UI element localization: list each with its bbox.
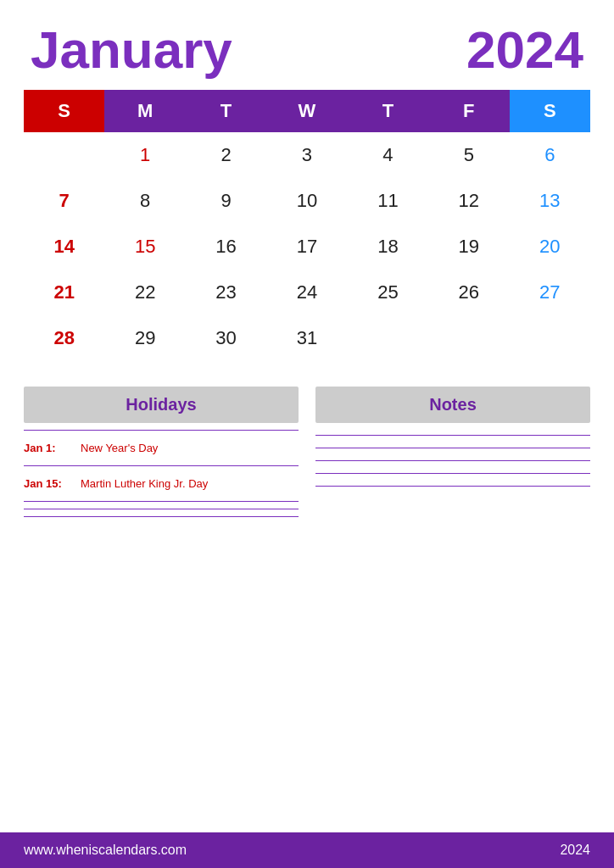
calendar-header: January 2024 (0, 0, 614, 90)
note-line-4 (315, 473, 590, 474)
day-header-s-saturday: S (510, 90, 590, 132)
holiday-date: Jan 15: (24, 477, 70, 490)
date-cell (428, 315, 509, 361)
date-cell (348, 315, 428, 361)
footer-website: www.wheniscalendars.com (24, 843, 187, 858)
date-cell[interactable]: 30 (186, 315, 266, 361)
holiday-divider-2 (24, 516, 299, 517)
date-cell[interactable]: 17 (266, 224, 347, 270)
holiday-item-divider-1 (24, 501, 299, 502)
date-cell[interactable]: 13 (510, 178, 590, 224)
week-row-5: 28293031 (24, 315, 590, 361)
date-cell[interactable]: 31 (266, 315, 347, 361)
date-cell[interactable]: 3 (266, 132, 347, 178)
date-cell[interactable]: 1 (104, 132, 185, 178)
day-header-s-sunday: S (24, 90, 104, 132)
date-cell[interactable]: 29 (104, 315, 185, 361)
week-row-1: 123456 (24, 132, 590, 178)
date-cell (24, 132, 104, 178)
date-cell[interactable]: 26 (428, 270, 509, 315)
date-cell[interactable]: 14 (24, 224, 104, 270)
date-cell[interactable]: 5 (428, 132, 509, 178)
bottom-section: Holidays Jan 1:New Year's DayJan 15:Mart… (0, 370, 614, 532)
date-cell[interactable]: 10 (266, 178, 347, 224)
note-line-5 (315, 486, 590, 487)
date-cell (510, 315, 590, 361)
date-cell[interactable]: 23 (186, 270, 266, 315)
day-header-f-weekday: F (428, 90, 509, 132)
calendar-table: SMTWTFS 12345678910111213141516171819202… (24, 90, 590, 361)
date-cell[interactable]: 4 (348, 132, 428, 178)
holiday-divider-1 (24, 509, 299, 509)
date-cell[interactable]: 24 (266, 270, 347, 315)
holiday-date: Jan 1: (24, 442, 70, 454)
week-row-2: 78910111213 (24, 178, 590, 224)
holiday-name: Martin Luther King Jr. Day (81, 477, 208, 490)
date-cell[interactable]: 18 (348, 224, 428, 270)
date-cell[interactable]: 11 (348, 178, 428, 224)
date-cell[interactable]: 16 (186, 224, 266, 270)
week-row-4: 21222324252627 (24, 270, 590, 315)
week-row-3: 14151617181920 (24, 224, 590, 270)
day-header-t-weekday: T (348, 90, 428, 132)
notes-panel: Notes (315, 387, 590, 524)
holiday-item-1: Jan 15:Martin Luther King Jr. Day (24, 473, 299, 494)
holiday-item-divider-0 (24, 465, 299, 466)
date-cell[interactable]: 20 (510, 224, 590, 270)
year-title: 2024 (466, 24, 583, 76)
date-cell[interactable]: 2 (186, 132, 266, 178)
holiday-item-0: Jan 1:New Year's Day (24, 437, 299, 459)
date-cell[interactable]: 7 (24, 178, 104, 224)
date-cell[interactable]: 6 (510, 132, 590, 178)
date-cell[interactable]: 15 (104, 224, 185, 270)
date-cell[interactable]: 28 (24, 315, 104, 361)
month-title: January (31, 24, 232, 76)
day-header-row: SMTWTFS (24, 90, 590, 132)
day-header-w-weekday: W (266, 90, 347, 132)
calendar-body: 1234567891011121314151617181920212223242… (24, 132, 590, 361)
note-line-3 (315, 460, 590, 461)
footer: www.wheniscalendars.com 2024 (0, 832, 614, 868)
day-header-m-weekday: M (104, 90, 185, 132)
holiday-divider-top (24, 430, 299, 431)
date-cell[interactable]: 19 (428, 224, 509, 270)
holiday-list: Jan 1:New Year's DayJan 15:Martin Luther… (24, 437, 299, 502)
note-line-1 (315, 435, 590, 436)
date-cell[interactable]: 8 (104, 178, 185, 224)
date-cell[interactable]: 22 (104, 270, 185, 315)
date-cell[interactable]: 12 (428, 178, 509, 224)
date-cell[interactable]: 9 (186, 178, 266, 224)
date-cell[interactable]: 21 (24, 270, 104, 315)
calendar-container: SMTWTFS 12345678910111213141516171819202… (0, 90, 614, 361)
note-line-2 (315, 448, 590, 448)
holiday-name: New Year's Day (81, 442, 158, 454)
notes-header: Notes (315, 387, 590, 423)
day-header-t-weekday: T (186, 90, 266, 132)
holidays-panel: Holidays Jan 1:New Year's DayJan 15:Mart… (24, 387, 299, 524)
date-cell[interactable]: 25 (348, 270, 428, 315)
holidays-header: Holidays (24, 387, 299, 423)
date-cell[interactable]: 27 (510, 270, 590, 315)
footer-year: 2024 (560, 843, 590, 858)
